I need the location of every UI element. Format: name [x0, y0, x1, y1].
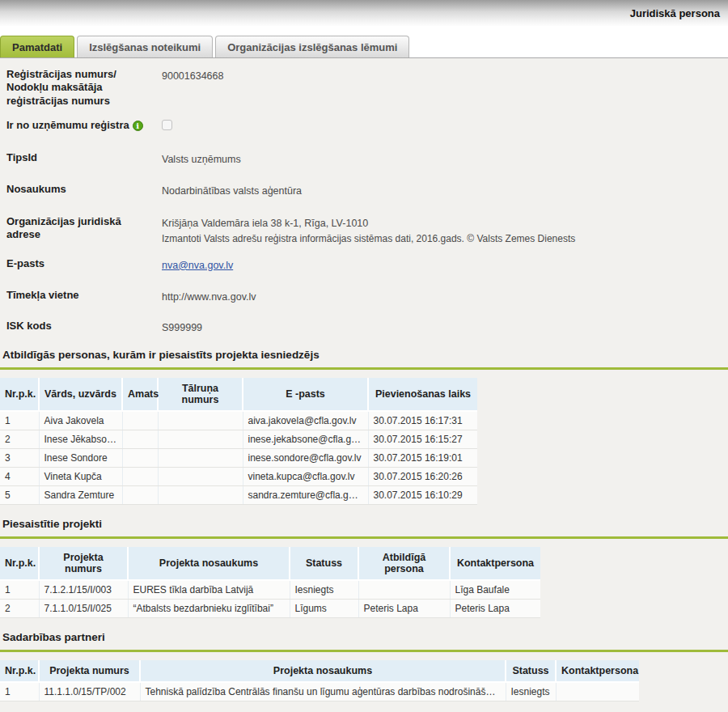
- isk-value: S999999: [162, 320, 202, 336]
- adrese-line1: Krišjāņa Valdemāra iela 38 k-1, Rīga, LV…: [162, 216, 575, 231]
- table-cell: Aiva Jakovela: [39, 411, 122, 430]
- vietne-value: http://www.nva.gov.lv: [162, 289, 256, 305]
- table-cell: [122, 449, 158, 468]
- table-cell: [158, 430, 243, 449]
- tab-bar: Pamatdati Izslēgšanas noteikumi Organizā…: [0, 26, 728, 58]
- column-header: Kontaktpersona: [450, 547, 540, 580]
- page-title: Juridiskā persona: [630, 7, 720, 19]
- form-row-nosaukums: Nosaukums Nodarbinātības valsts aģentūra: [6, 183, 728, 199]
- tab-izslegsanas-noteikumi[interactable]: Izslēgšanas noteikumi: [77, 36, 213, 57]
- table-cell: Līgums: [290, 600, 358, 618]
- tab-pamatdati[interactable]: Pamatdati: [0, 36, 74, 57]
- nosaukums-value: Nodarbinātības valsts aģentūra: [162, 183, 302, 199]
- table-cell: 1: [0, 682, 39, 701]
- section-rule: [0, 536, 728, 539]
- section-rule: [0, 650, 728, 652]
- column-header: Tālruņa numurs: [158, 378, 243, 411]
- tab-organizacijas-izslegsanas-lemumi[interactable]: Organizācijas izslēgšanas lēmumi: [215, 36, 409, 57]
- table-cell: [158, 486, 243, 505]
- column-header: Nr.p.k.: [0, 547, 39, 580]
- table-cell: EURES tīkla darbība Latvijā: [128, 580, 290, 600]
- table-row: 2Inese Jēkabsoneinese.jekabsone@cfla.gov…: [0, 430, 477, 449]
- table-cell: 4: [0, 468, 39, 486]
- table-cell: [122, 411, 158, 430]
- adrese-value: Krišjāņa Valdemāra iela 38 k-1, Rīga, LV…: [162, 215, 575, 246]
- table-cell: 3: [0, 449, 39, 468]
- form-row-registration: Reģistrācijas numurs/ Nodokļu maksātāja …: [6, 68, 728, 108]
- table-cell: [556, 682, 639, 701]
- column-header: Projekta nosaukums: [140, 660, 506, 682]
- table-cell: 30.07.2015 16:17:31: [368, 411, 477, 430]
- table-cell: [122, 486, 158, 505]
- form-row-tipsid: TipsId Valsts uzņēmums: [6, 151, 728, 167]
- form-row-epasts: E-pasts nva@nva.gov.lv: [6, 257, 728, 273]
- table-cell: [158, 468, 243, 486]
- table-cell: Iesniegts: [290, 580, 358, 600]
- table-row: 4Vineta Kupčavineta.kupca@cfla.gov.lv30.…: [0, 468, 477, 486]
- main-content: Reģistrācijas numurs/ Nodokļu maksātāja …: [0, 58, 728, 712]
- linked-projects-table: Nr.p.k.Projekta numursProjekta nosaukums…: [0, 547, 540, 618]
- isk-label: ISK kods: [6, 320, 162, 336]
- form-row-from-register: Ir no uzņēmumu reģistrai: [6, 119, 728, 135]
- form-row-vietne: Tīmekļa vietne http://www.nva.gov.lv: [6, 289, 728, 305]
- column-header: Amats: [122, 378, 158, 411]
- epasts-label: E-pasts: [6, 257, 162, 273]
- table-cell: [122, 468, 158, 486]
- table-cell: 11.1.1.0/15/TP/002: [39, 682, 140, 701]
- epasts-value: nva@nva.gov.lv: [162, 257, 233, 273]
- tipsid-label: TipsId: [6, 151, 162, 167]
- section-title-partners: Sadarbības partneri: [0, 631, 728, 643]
- table-cell: Inese Sondore: [39, 449, 122, 468]
- table-row: 17.1.2.1/15/I/003EURES tīkla darbība Lat…: [0, 580, 540, 600]
- from-register-value: [162, 119, 172, 135]
- table-cell: 30.07.2015 16:15:27: [368, 430, 477, 449]
- table-cell: inese.sondore@cfla.gov.lv: [243, 449, 368, 468]
- column-header: Statuss: [506, 660, 556, 682]
- column-header: Projekta numurs: [39, 547, 128, 580]
- table-cell: Sandra Zemture: [39, 486, 122, 505]
- column-header: Statuss: [290, 547, 358, 580]
- info-icon[interactable]: i: [133, 121, 143, 131]
- table-row: 5Sandra Zemturesandra.zemture@cfla.gov.l…: [0, 486, 477, 505]
- table-cell: 2: [0, 430, 39, 449]
- table-cell: inese.jekabsone@cfla.gov.lv: [243, 430, 368, 449]
- table-cell: vineta.kupca@cfla.gov.lv: [243, 468, 368, 486]
- table-cell: Iesniegts: [506, 682, 556, 701]
- table-cell: Tehniskā palīdzība Centrālās finanšu un …: [140, 682, 506, 701]
- form-row-isk: ISK kods S999999: [6, 320, 728, 336]
- section-title-responsible: Atbildīgās personas, kurām ir piesaistīt…: [0, 349, 728, 361]
- responsible-persons-table: Nr.p.k.Vārds, uzvārdsAmatsTālruņa numurs…: [0, 378, 477, 505]
- table-cell: Peteris Lapa: [358, 600, 450, 618]
- table-cell: 30.07.2015 16:20:26: [368, 468, 477, 486]
- top-header-bar: Juridiskā persona: [0, 0, 728, 26]
- table-row: 111.1.1.0/15/TP/002Tehniskā palīdzība Ce…: [0, 682, 639, 701]
- from-register-label: Ir no uzņēmumu reģistrai: [6, 119, 162, 135]
- registration-value: 90001634668: [162, 68, 223, 108]
- registration-label: Reģistrācijas numurs/ Nodokļu maksātāja …: [6, 68, 162, 108]
- section-title-projects: Piesaistītie projekti: [0, 518, 728, 530]
- tipsid-value: Valsts uzņēmums: [162, 151, 241, 167]
- vietne-label: Tīmekļa vietne: [6, 289, 162, 305]
- table-row: 27.1.1.0/15/I/025“Atbalsts bezdarbnieku …: [0, 600, 540, 618]
- table-cell: [122, 430, 158, 449]
- table-cell: 2: [0, 600, 39, 618]
- from-register-checkbox[interactable]: [162, 120, 172, 130]
- table-cell: 1: [0, 411, 39, 430]
- table-cell: Vineta Kupča: [39, 468, 122, 486]
- table-cell: sandra.zemture@cfla.gov.lv: [243, 486, 368, 505]
- column-header: Kontaktpersona: [556, 660, 639, 682]
- column-header: E -pasts: [243, 378, 368, 411]
- table-cell: 1: [0, 580, 39, 600]
- adrese-note: Izmantoti Valsts adrešu reģistra informā…: [162, 231, 575, 246]
- table-row: 3Inese Sondoreinese.sondore@cfla.gov.lv3…: [0, 449, 477, 468]
- table-cell: [158, 449, 243, 468]
- column-header: Nr.p.k.: [0, 660, 39, 682]
- from-register-label-text: Ir no uzņēmumu reģistra: [6, 119, 129, 131]
- nosaukums-label: Nosaukums: [6, 183, 162, 199]
- form-row-adrese: Organizācijas juridiskā adrese Krišjāņa …: [6, 215, 728, 246]
- email-link[interactable]: nva@nva.gov.lv: [162, 260, 233, 271]
- table-cell: 30.07.2015 16:10:29: [368, 486, 477, 505]
- table-cell: Inese Jēkabsone: [39, 430, 122, 449]
- table-cell: [358, 580, 450, 600]
- table-cell: Līga Baufale: [450, 580, 540, 600]
